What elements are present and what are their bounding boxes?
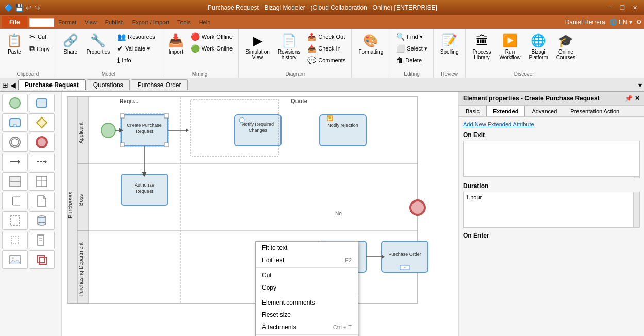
dashed-small-tool[interactable] [2,231,28,249]
svg-text:No: No [335,211,342,216]
start-event-tool[interactable] [2,94,28,112]
svg-text:🔁: 🔁 [327,115,334,122]
help-menu[interactable]: Help [195,18,215,26]
end-event-tool[interactable] [29,133,55,152]
share-button[interactable]: 🔗 Share [59,31,82,57]
checkout-button[interactable]: 📤 Check Out [305,31,348,42]
info-button[interactable]: ℹ Info [114,55,158,66]
tab-quotations[interactable]: Quotations [87,79,130,90]
diagram-items: ▶ SimulationView 📄 Revisionshistory 📤 Ch… [242,31,348,70]
resources-button[interactable]: 👥 Resources [114,31,158,42]
tabs-dropdown[interactable]: ▾ [638,81,642,89]
cylinder-tool[interactable] [29,211,55,230]
settings-icon[interactable]: ⚙ [636,19,642,26]
properties-button[interactable]: 🔧 Properties [83,31,114,57]
ctx-attachments[interactable]: Attachments Ctrl + T [256,321,358,333]
annotation-tool[interactable] [2,192,28,210]
ribbon-group-editing: 🔍 Find ▾ ⬜ Select ▾ 🗑 Delete Editing [390,29,434,78]
online-courses-button[interactable]: 🎓 OnlineCourses [553,31,579,63]
sequence-flow-tool[interactable] [2,153,28,171]
ctx-element-comments[interactable]: Element comments [256,296,358,309]
add-attribute-link[interactable]: Add New Extended Attribute [463,121,640,127]
formatting-icon: 🎨 [363,33,378,48]
prop-tab-presentation-action[interactable]: Presentation Action [564,106,626,116]
view-menu[interactable]: View [80,18,101,26]
lane-tool[interactable] [2,172,28,191]
delete-button[interactable]: 🗑 Delete [393,55,430,66]
ctx-copy[interactable]: Copy [256,281,358,294]
select-button[interactable]: ⬜ Select ▾ [393,43,430,54]
save-icon[interactable]: 💾 [15,4,24,12]
import-icon: 📥 [168,33,184,48]
comments-button[interactable]: 💬 Comments [305,55,348,66]
process-library-button[interactable]: 🏛 ProcessLibrary [469,31,494,63]
run-workflow-button[interactable]: ▶️ RunWorkflow [496,31,524,63]
duration-scrollbar[interactable] [633,192,639,227]
layers-tool[interactable] [29,250,55,269]
revisions-icon: 📄 [282,33,297,48]
tools-menu[interactable]: Tools [173,18,195,26]
publish-menu[interactable]: Publish [101,18,128,26]
home-menu[interactable]: Home [29,18,55,27]
ctx-fit-to-text[interactable]: Fit to text [256,242,358,254]
paste-label: Paste [8,49,21,55]
panel-close-icon[interactable]: ✕ [635,95,640,102]
cut-button[interactable]: ✂ Cut [27,31,53,42]
spelling-button[interactable]: 📝 Spelling [437,31,463,57]
bizagi-platform-button[interactable]: 🌐 BizagiPlatform [525,31,552,63]
panel-pin-icon[interactable]: 📌 [625,95,633,102]
import-button[interactable]: 📥 Import [164,31,187,57]
gateway-tool[interactable] [29,113,55,132]
lang-selector[interactable]: 🌐 EN ▾ [609,19,632,26]
delete-label: Delete [405,57,422,63]
ctx-edit-text[interactable]: Edit text F2 [256,254,358,266]
properties-label: Properties [87,49,110,55]
sub-process-tool[interactable]: + [2,113,28,132]
simulation-button[interactable]: ▶ SimulationView [242,31,273,63]
share-label: Share [63,49,77,55]
copy-button[interactable]: ⧉ Copy [27,43,53,55]
paste-button[interactable]: 📋 Paste [3,31,26,57]
restore-button[interactable]: ❐ [617,4,628,12]
prop-tabs: Basic Extended Advanced Presentation Act… [459,106,644,117]
find-button[interactable]: 🔍 Find ▾ [393,31,430,42]
revisions-button[interactable]: 📄 Revisionshistory [274,31,304,63]
task-tool[interactable] [29,94,55,112]
ctx-cut[interactable]: Cut [256,269,358,281]
svg-text:Purchase Order: Purchase Order [388,251,421,257]
checkin-button[interactable]: 📥 Check In [305,43,348,54]
page-tool[interactable] [29,231,55,249]
prop-tab-basic[interactable]: Basic [459,106,486,116]
ribbon-group-review: 📝 Spelling Review [434,29,466,78]
prop-tab-advanced[interactable]: Advanced [525,106,564,116]
work-online-button[interactable]: 🟢 Work Online [188,43,235,54]
canvas-area[interactable]: Purchases Applicant Boss Purchasing Depa… [62,92,458,336]
tab-purchase-order[interactable]: Purchase Order [131,79,188,90]
ctx-sep-2 [256,295,358,295]
image-tool[interactable] [2,250,28,269]
intermediate-event-tool[interactable] [2,133,28,152]
file-menu[interactable]: File [2,16,27,28]
table-tool[interactable] [29,172,55,191]
dashed-flow-tool[interactable] [29,153,55,171]
bpmn-canvas[interactable]: Purchases Applicant Boss Purchasing Depa… [62,92,458,336]
export-import-menu[interactable]: Export / Import [128,18,173,26]
data-object-tool[interactable] [29,192,55,210]
prop-tab-extended[interactable]: Extended [486,106,525,116]
dashed-box-tool[interactable] [2,211,28,230]
format-menu[interactable]: Format [54,18,80,26]
close-button[interactable]: ✕ [630,4,640,12]
formatting-button[interactable]: 🎨 Formatting [355,31,387,57]
undo-icon[interactable]: ↩ [26,4,32,12]
minimize-button[interactable]: ─ [605,4,615,12]
ribbon-group-formatting: 🎨 Formatting [352,29,390,78]
work-offline-button[interactable]: 🔴 Work Offline [188,31,235,42]
back-button[interactable]: ◀ [10,81,16,89]
redo-icon[interactable]: ↪ [34,4,40,12]
svg-text:Request: Request [136,129,153,134]
on-exit-field[interactable] [463,141,640,177]
tab-purchase-request[interactable]: Purchase Request [18,79,86,90]
tool-row-4 [2,153,59,171]
validate-button[interactable]: ✔ Validate ▾ [114,43,158,54]
ctx-reset-size[interactable]: Reset size [256,309,358,321]
